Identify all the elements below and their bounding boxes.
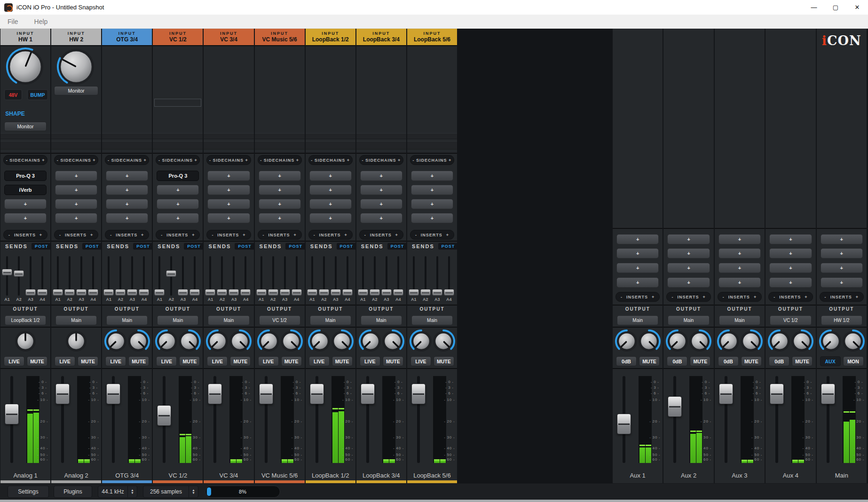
inserts-plus-button[interactable]: + (446, 233, 449, 237)
inserts-plus-button[interactable]: + (856, 295, 859, 299)
insert-slot-add-button[interactable]: + (769, 248, 812, 259)
inserts-pill[interactable]: -INSERTS+ (359, 230, 403, 240)
buffer-size-select[interactable]: 256 samples ▲ ▼ (143, 486, 198, 498)
insert-slot-add-button[interactable]: + (616, 234, 659, 244)
inserts-minus-button[interactable]: - (212, 233, 213, 237)
mute-button[interactable]: MUTE (179, 356, 200, 366)
live-button[interactable]: LIVE (410, 356, 431, 366)
insert-slot-add-button[interactable]: + (360, 185, 402, 195)
mute-button[interactable]: MUTE (78, 356, 98, 366)
preamp-gain-knob[interactable] (6, 47, 45, 86)
insert-slot-add-button[interactable]: + (259, 213, 301, 223)
channel-fader-track[interactable] (673, 376, 676, 463)
insert-slot-add-button[interactable]: + (309, 199, 352, 209)
mute-button[interactable]: MUTE (128, 356, 149, 366)
pan-knob-right[interactable] (380, 329, 405, 353)
insert-slot-add-button[interactable]: + (55, 185, 97, 195)
pan-knob-left[interactable] (409, 329, 434, 353)
insert-slot-add-button[interactable]: + (821, 248, 863, 259)
inserts-minus-button[interactable]: - (621, 295, 623, 299)
post-toggle[interactable]: POST (133, 243, 152, 250)
settings-button[interactable]: Settings (8, 486, 49, 498)
inserts-minus-button[interactable]: - (773, 295, 775, 299)
channel-fader-handle[interactable] (821, 384, 835, 404)
mute-button[interactable]: MUTE (27, 356, 47, 366)
send-fader-handle[interactable] (127, 289, 137, 296)
sidechains-pill[interactable]: - SIDECHAINS + (3, 155, 47, 165)
pan-knob-right[interactable] (228, 329, 252, 353)
insert-slot-add-button[interactable]: + (821, 263, 863, 273)
0db-button[interactable]: 0dB (769, 356, 789, 366)
output-selector[interactable]: Main (668, 315, 709, 325)
send-fader-handle[interactable] (64, 289, 75, 296)
insert-slot-add-button[interactable]: + (411, 199, 453, 209)
bump-button[interactable]: BUMP (27, 89, 48, 100)
send-fader-handle[interactable] (205, 289, 215, 296)
send-fader-handle[interactable] (432, 289, 442, 296)
live-button[interactable]: LIVE (309, 356, 330, 366)
insert-slot-add-button[interactable]: + (207, 199, 250, 209)
inserts-minus-button[interactable]: - (314, 233, 316, 237)
output-selector[interactable]: HW 1/2 (821, 315, 862, 325)
send-fader-handle[interactable] (229, 289, 239, 296)
insert-slot-add-button[interactable]: + (360, 213, 402, 223)
send-fader-handle[interactable] (189, 289, 200, 296)
output-selector[interactable]: Main (157, 315, 198, 325)
send-fader-handle[interactable] (37, 289, 47, 296)
inserts-pill[interactable]: -INSERTS+ (615, 292, 660, 302)
pan-knob-left[interactable] (717, 329, 741, 353)
inserts-plus-button[interactable]: + (395, 233, 398, 237)
send-fader-handle[interactable] (166, 270, 176, 277)
post-toggle[interactable]: POST (337, 243, 355, 250)
channel-fader-handle[interactable] (310, 384, 324, 404)
output-selector[interactable]: Main (208, 315, 249, 325)
send-fader-handle[interactable] (370, 289, 380, 296)
mute-button[interactable]: MUTE (434, 356, 454, 366)
pan-knob-right[interactable] (789, 329, 814, 353)
inserts-minus-button[interactable]: - (59, 233, 61, 237)
insert-slot-add-button[interactable]: + (616, 263, 659, 273)
insert-slot-add-button[interactable]: + (411, 185, 453, 195)
output-selector[interactable]: Main (617, 315, 658, 325)
insert-slot-add-button[interactable]: + (769, 277, 812, 288)
sidechains-pill[interactable]: - SIDECHAINS + (410, 155, 454, 165)
pan-knob-right[interactable] (126, 329, 150, 353)
pan-knob-left[interactable] (665, 329, 690, 353)
mute-button[interactable]: MUTE (281, 356, 302, 366)
insert-slot-add-button[interactable]: + (718, 277, 761, 288)
pan-knob[interactable] (13, 329, 38, 353)
channel-fader-handle[interactable] (259, 384, 273, 404)
send-fader-handle[interactable] (307, 289, 317, 296)
send-fader-handle[interactable] (444, 289, 454, 296)
0db-button[interactable]: 0dB (667, 356, 687, 366)
inserts-pill[interactable]: -INSERTS+ (206, 230, 251, 240)
inserts-pill[interactable]: -INSERTS+ (54, 230, 98, 240)
insert-slot-add-button[interactable]: + (207, 171, 250, 181)
inserts-pill[interactable]: -INSERTS+ (3, 230, 47, 240)
insert-slot-add-button[interactable]: + (360, 199, 402, 209)
channel-fader-handle[interactable] (617, 414, 631, 434)
inserts-minus-button[interactable]: - (364, 233, 366, 237)
insert-slot-add-button[interactable]: + (309, 171, 352, 181)
live-button[interactable]: LIVE (258, 356, 279, 366)
maximize-button[interactable]: ▢ (825, 0, 846, 15)
pan-knob-left[interactable] (308, 329, 332, 353)
spinner-down-icon[interactable]: ▼ (192, 492, 195, 494)
sidechains-pill[interactable]: - SIDECHAINS + (105, 155, 149, 165)
insert-slot-add-button[interactable]: + (55, 199, 97, 209)
live-button[interactable]: LIVE (156, 356, 177, 366)
channel-fader-handle[interactable] (668, 396, 682, 417)
send-fader-track[interactable] (6, 256, 8, 296)
insert-slot-add-button[interactable]: + (718, 248, 761, 259)
shape-button[interactable]: SHAPE (4, 108, 26, 119)
0db-button[interactable]: 0dB (616, 356, 637, 366)
insert-slot-add-button[interactable]: + (718, 234, 761, 244)
insert-slot-add-button[interactable]: + (821, 277, 863, 288)
inserts-minus-button[interactable]: - (110, 233, 112, 237)
channel-fader-handle[interactable] (411, 384, 426, 404)
inserts-plus-button[interactable]: + (652, 295, 655, 299)
post-toggle[interactable]: POST (235, 243, 253, 250)
post-toggle[interactable]: POST (438, 243, 457, 250)
insert-slot-add-button[interactable]: + (309, 185, 352, 195)
insert-slot-add-button[interactable]: + (616, 248, 659, 259)
